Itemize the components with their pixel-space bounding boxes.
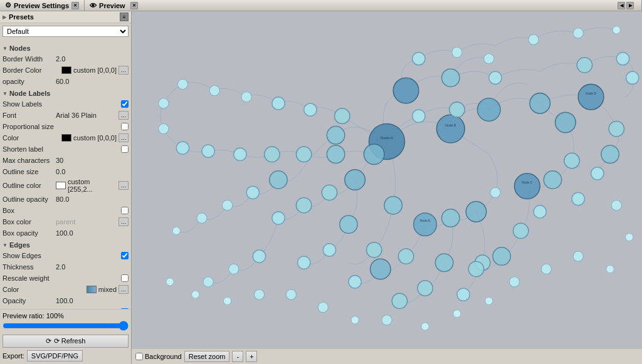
shorten-label-row: Shorten label: [3, 143, 129, 155]
bottom-controls: Preview ratio: 100% ⟳ ⟳ Refresh Export: …: [0, 309, 131, 364]
svg-point-44: [418, 281, 433, 296]
outline-opacity-label: Outline opacity: [3, 195, 56, 203]
svg-point-42: [366, 242, 381, 257]
svg-point-43: [349, 276, 361, 288]
svg-point-74: [534, 205, 546, 218]
svg-point-9: [442, 69, 460, 86]
svg-point-39: [450, 102, 465, 117]
opacity-value: 60.0: [56, 78, 129, 85]
box-opacity-label: Box opacity: [3, 229, 56, 237]
outline-opacity-value: 80.0: [56, 195, 129, 203]
refresh-button[interactable]: ⟳ ⟳ Refresh: [3, 335, 129, 348]
svg-point-73: [398, 249, 413, 264]
font-label: Font: [3, 112, 56, 119]
box-checkbox[interactable]: [121, 207, 129, 214]
svg-text:Node B: Node B: [445, 123, 456, 127]
rescale-weight-row: Rescale weight: [3, 273, 129, 284]
refresh-label: ⟳ Refresh: [54, 337, 86, 345]
svg-point-34: [529, 34, 539, 44]
outline-size-label: Outline size: [3, 168, 56, 175]
svg-point-11: [466, 202, 487, 222]
rescale-weight-label: Rescale weight: [3, 274, 56, 282]
svg-point-56: [176, 142, 189, 154]
right-panel-close-btn[interactable]: ✕: [130, 2, 138, 9]
svg-point-62: [272, 97, 285, 110]
border-width-value: 2.0: [56, 55, 129, 63]
svg-point-23: [513, 223, 528, 238]
network-graph: Node A Node B Node C Node D Node E: [132, 11, 642, 348]
svg-point-84: [453, 310, 461, 318]
svg-text:Node E: Node E: [420, 219, 431, 222]
border-color-box: [61, 66, 71, 74]
outline-color-row: Outline color custom [255,2... …: [3, 177, 129, 194]
settings-panel: Presets ≡ Default Nodes Border Width 2.0…: [0, 11, 132, 364]
background-toggle[interactable]: Background: [135, 353, 182, 360]
box-color-more-btn[interactable]: …: [118, 217, 129, 226]
shorten-label-checkbox[interactable]: [121, 145, 129, 153]
preview-ratio-label: Preview ratio: 100%: [3, 312, 129, 320]
border-color-swatch: custom [0,0,0] …: [61, 66, 129, 75]
presets-label: Presets: [3, 13, 34, 21]
show-edges-label: Show Edges: [3, 252, 56, 259]
svg-point-58: [159, 98, 169, 108]
box-label: Box: [3, 207, 56, 214]
svg-text:Node D: Node D: [586, 91, 597, 95]
proportional-size-checkbox[interactable]: [121, 123, 129, 130]
box-row: Box: [3, 205, 129, 216]
svg-point-7: [327, 127, 344, 144]
svg-point-80: [573, 251, 583, 261]
svg-text:Node A: Node A: [381, 135, 394, 140]
svg-point-93: [166, 278, 174, 286]
svg-point-65: [202, 145, 214, 157]
border-width-label: Border Width: [3, 55, 56, 63]
show-edges-checkbox[interactable]: [121, 252, 129, 259]
outline-color-box: [56, 182, 66, 189]
edge-color-box: [87, 286, 97, 293]
window-btn-1[interactable]: ◀: [618, 2, 625, 9]
right-panel-tab-label: Preview: [99, 2, 125, 9]
thickness-value: 2.0: [56, 263, 129, 271]
svg-point-41: [384, 196, 402, 214]
svg-point-22: [493, 247, 510, 265]
svg-point-78: [626, 233, 633, 241]
preset-select[interactable]: Default: [3, 26, 129, 37]
preview-ratio-slider[interactable]: [3, 321, 129, 331]
reset-zoom-button[interactable]: Reset zoom: [184, 351, 230, 362]
border-color-more-btn[interactable]: …: [118, 66, 129, 75]
rescale-weight-checkbox[interactable]: [121, 274, 129, 282]
svg-point-76: [591, 167, 604, 180]
svg-point-64: [335, 108, 350, 123]
show-labels-checkbox[interactable]: [121, 100, 129, 108]
thickness-label: Thickness: [3, 263, 56, 271]
preset-manage-icon[interactable]: ≡: [120, 13, 129, 21]
svg-point-17: [340, 216, 357, 233]
color-more-btn[interactable]: …: [118, 133, 129, 142]
zoom-plus-button[interactable]: +: [246, 351, 257, 362]
svg-point-51: [229, 264, 239, 274]
proportional-size-label: Proportional size: [3, 123, 56, 130]
background-checkbox[interactable]: [135, 353, 143, 360]
max-characters-label: Max characters: [3, 157, 56, 164]
window-btn-2[interactable]: ▶: [626, 2, 634, 9]
font-value: Arial 36 Plain: [56, 112, 118, 119]
right-panel-tab: 👁 Preview ✕ ◀ ▶: [85, 0, 642, 11]
box-color-value: parent: [56, 218, 118, 226]
svg-point-12: [515, 174, 540, 199]
font-more-btn[interactable]: …: [118, 111, 129, 120]
svg-point-20: [435, 254, 453, 271]
edge-color-more-btn[interactable]: …: [118, 285, 129, 294]
box-color-row: Box color parent …: [3, 216, 129, 227]
outline-color-more-btn[interactable]: …: [118, 181, 129, 190]
shorten-label-label: Shorten label: [3, 145, 56, 153]
svg-text:Node C: Node C: [522, 180, 533, 184]
svg-point-82: [509, 277, 519, 287]
settings-icon: ⚙: [5, 1, 11, 9]
color-label: Color: [3, 134, 56, 142]
svg-point-70: [364, 144, 384, 165]
left-panel-close-btn[interactable]: ✕: [71, 2, 79, 9]
zoom-minus-button[interactable]: -: [232, 351, 243, 362]
export-button[interactable]: SVG/PDF/PNG: [27, 350, 83, 361]
show-labels-row: Show Labels: [3, 98, 129, 110]
edge-color-value: mixed: [98, 286, 117, 293]
slider-container: [3, 321, 129, 332]
